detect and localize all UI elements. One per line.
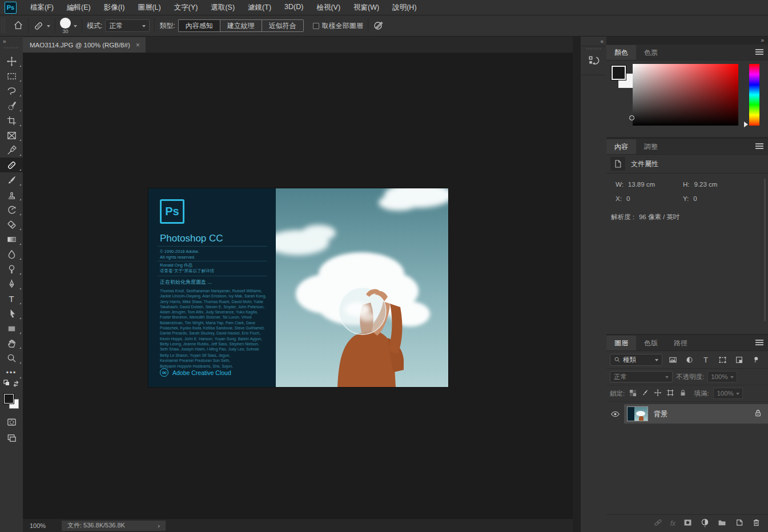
screen-mode-icon[interactable] [0, 430, 23, 445]
rectangular-marquee-tool[interactable] [0, 68, 23, 83]
history-panel-button[interactable] [582, 46, 605, 75]
pixel-filter-icon[interactable] [666, 356, 679, 364]
layer-style-icon[interactable]: fx [670, 519, 675, 527]
hue-slider[interactable] [749, 64, 759, 126]
tab-properties[interactable]: 內容 [606, 139, 636, 154]
new-group-icon[interactable] [717, 518, 727, 530]
lock-position-icon[interactable] [654, 389, 662, 398]
new-layer-icon[interactable] [734, 518, 744, 530]
dodge-tool[interactable] [0, 261, 23, 276]
rectangle-shape-tool[interactable] [0, 321, 23, 336]
tab-adjustments[interactable]: 調整 [636, 139, 666, 154]
brush-tool[interactable] [0, 172, 23, 187]
resolution-value[interactable]: 96 像素 / 英吋 [639, 213, 680, 221]
scrollbar[interactable] [764, 179, 766, 321]
fill-field[interactable]: 100% [713, 388, 743, 399]
menu-filter[interactable]: 濾鏡(T) [248, 3, 271, 13]
zoom-level-field[interactable]: 100% [30, 522, 62, 529]
new-adjustment-layer-icon[interactable] [700, 518, 710, 530]
type-content-aware-button[interactable]: 內容感知 [178, 19, 220, 32]
clone-stamp-tool[interactable] [0, 187, 23, 202]
layer-row-background[interactable]: 背景 [606, 404, 768, 424]
layer-lock-icon[interactable] [754, 409, 762, 420]
type-proximity-match-button[interactable]: 近似符合 [262, 19, 304, 32]
tab-channels[interactable]: 色版 [636, 336, 666, 350]
panel-menu-icon[interactable] [755, 49, 763, 55]
path-selection-tool[interactable] [0, 306, 23, 321]
add-mask-icon[interactable] [683, 518, 693, 530]
filter-toggle-icon[interactable] [749, 356, 762, 364]
zoom-tool[interactable] [0, 350, 23, 365]
chevron-right-icon[interactable]: › [158, 522, 160, 529]
tab-color[interactable]: 顏色 [606, 45, 636, 60]
type-tool[interactable]: T [0, 291, 23, 306]
smart-object-filter-icon[interactable] [733, 356, 745, 364]
eyedropper-tool[interactable] [0, 143, 23, 158]
color-foreground-swatch[interactable] [612, 66, 626, 80]
panel-menu-icon[interactable] [755, 340, 763, 345]
layer-thumbnail[interactable] [627, 406, 648, 421]
layer-filter-kind-dropdown[interactable]: 種類 [610, 354, 662, 366]
lock-all-icon[interactable] [679, 389, 687, 398]
toolbar-grip[interactable] [4, 47, 19, 49]
shape-filter-icon[interactable] [716, 356, 729, 364]
lock-pixels-icon[interactable] [641, 389, 649, 398]
dock-collapse-button[interactable]: « [600, 38, 603, 45]
menu-layer[interactable]: 圖層(L) [138, 3, 160, 13]
home-icon[interactable] [13, 20, 23, 32]
menu-image[interactable]: 影像(I) [104, 3, 125, 13]
tab-paths[interactable]: 路徑 [666, 336, 695, 350]
saturation-brightness-field[interactable] [633, 64, 738, 126]
type-filter-icon[interactable]: T [699, 356, 712, 364]
menu-select[interactable]: 選取(S) [211, 3, 235, 13]
blur-tool[interactable] [0, 247, 23, 261]
delete-layer-icon[interactable] [751, 518, 761, 530]
panel-menu-icon[interactable] [755, 143, 763, 149]
layer-name[interactable]: 背景 [654, 409, 748, 419]
brush-size-picker[interactable]: 30 [60, 18, 77, 34]
tab-layers[interactable]: 圖層 [606, 336, 636, 350]
pen-tool[interactable] [0, 276, 23, 291]
lock-transparency-icon[interactable] [629, 389, 637, 398]
menu-type[interactable]: 文字(Y) [174, 3, 198, 13]
hue-slider-pointer[interactable] [744, 122, 751, 127]
menu-file[interactable]: 檔案(F) [30, 3, 54, 13]
width-value[interactable]: 13.89 cm [628, 181, 655, 188]
close-icon[interactable]: × [136, 41, 140, 49]
tab-swatches[interactable]: 色票 [636, 45, 666, 60]
frame-tool[interactable] [0, 128, 23, 143]
foreground-color-swatch[interactable] [4, 394, 14, 404]
opacity-field[interactable]: 100% [707, 371, 737, 382]
sample-all-layers-checkbox[interactable] [313, 23, 319, 29]
history-brush-tool[interactable] [0, 202, 23, 217]
dock-divider[interactable] [573, 37, 581, 532]
pen-pressure-icon[interactable] [373, 19, 384, 33]
link-layers-icon[interactable] [653, 518, 663, 530]
quick-mask-icon[interactable] [0, 414, 23, 429]
quick-selection-tool[interactable] [0, 98, 23, 113]
y-value[interactable]: 0 [693, 195, 697, 202]
menu-edit[interactable]: 編輯(E) [67, 3, 91, 13]
height-value[interactable]: 9.23 cm [694, 181, 718, 188]
menu-help[interactable]: 說明(H) [392, 3, 416, 13]
move-tool[interactable] [0, 54, 23, 68]
crop-tool[interactable] [0, 113, 23, 128]
document-image[interactable]: Ps Photoshop CC © 1990-2018 Adobe. All r… [148, 188, 448, 387]
toolbar-expand-button[interactable]: » [3, 38, 6, 45]
eraser-tool[interactable] [0, 217, 23, 232]
mode-dropdown[interactable]: 正常 [105, 19, 150, 32]
menu-3d[interactable]: 3D(D) [284, 3, 303, 13]
spot-healing-brush-tool[interactable] [0, 158, 23, 172]
tool-preset-picker[interactable] [33, 21, 50, 31]
layer-visibility-toggle[interactable] [606, 409, 624, 419]
x-value[interactable]: 0 [626, 195, 630, 202]
type-create-texture-button[interactable]: 建立紋理 [220, 19, 262, 32]
options-grip[interactable] [1, 18, 5, 33]
sample-all-layers-option[interactable]: 取樣全部圖層 [313, 21, 363, 31]
gradient-tool[interactable] [0, 232, 23, 247]
menu-window[interactable]: 視窗(W) [353, 3, 379, 13]
adjustment-filter-icon[interactable] [683, 356, 695, 364]
lock-artboard-icon[interactable] [666, 389, 674, 398]
color-field-cursor[interactable] [629, 115, 634, 120]
file-info-box[interactable]: 文件: 536.8K/536.8K › [62, 521, 166, 531]
